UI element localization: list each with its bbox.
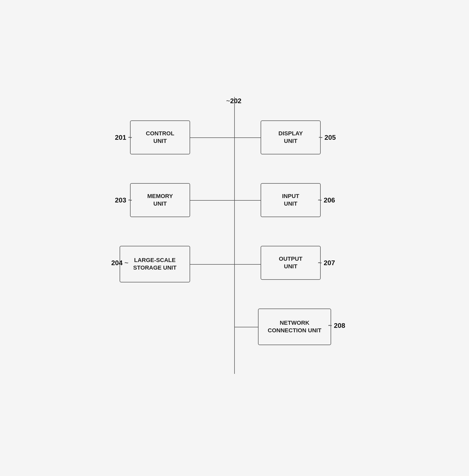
vertical-center-line	[234, 97, 235, 374]
memory-unit-label: MEMORYUNIT	[147, 193, 173, 207]
output-unit-box: OUTPUTUNIT	[261, 246, 321, 280]
ref-label-202: ~202	[226, 97, 242, 105]
input-unit-box: INPUTUNIT	[261, 183, 321, 217]
diagram-container: ~202 CONTROLUNIT 201 ~ DISPLAYUNIT ~ 205…	[104, 81, 365, 395]
connector-storage	[190, 264, 235, 265]
control-unit-label: CONTROLUNIT	[146, 130, 174, 145]
connector-control	[190, 137, 235, 138]
ref-label-206: ~ 206	[318, 196, 335, 204]
output-unit-label: OUTPUTUNIT	[279, 255, 302, 270]
ref-label-203: 203 ~	[115, 196, 132, 204]
memory-unit-box: MEMORYUNIT	[130, 183, 190, 217]
input-unit-label: INPUTUNIT	[282, 193, 299, 207]
ref-label-204: 204 ~	[111, 259, 128, 267]
network-unit-label: NETWORKCONNECTION UNIT	[268, 319, 321, 334]
ref-label-208: ~ 208	[328, 322, 345, 330]
display-unit-label: DISPLAYUNIT	[278, 130, 303, 145]
storage-unit-box: LARGE-SCALESTORAGE UNIT	[120, 246, 190, 282]
display-unit-box: DISPLAYUNIT	[261, 120, 321, 154]
ref-label-201: 201 ~	[115, 133, 132, 142]
storage-unit-label: LARGE-SCALESTORAGE UNIT	[133, 257, 177, 271]
control-unit-box: CONTROLUNIT	[130, 120, 190, 154]
ref-label-207: ~ 207	[318, 259, 335, 267]
ref-label-205: ~ 205	[319, 133, 336, 142]
network-unit-box: NETWORKCONNECTION UNIT	[258, 309, 331, 345]
connector-memory	[190, 200, 235, 201]
